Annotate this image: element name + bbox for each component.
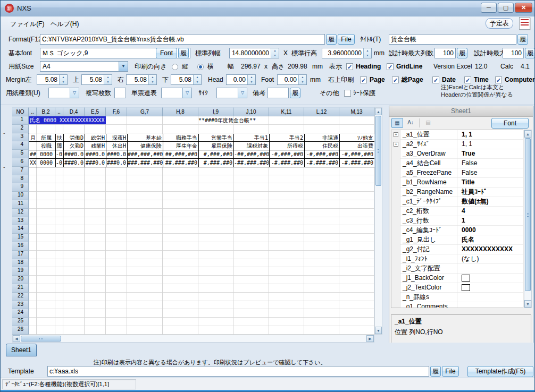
table-cell[interactable]: 出張費 bbox=[340, 142, 375, 150]
title-input[interactable]: 賃金台帳 bbox=[389, 34, 516, 45]
spinner-arrows-icon[interactable]: ▲▼ bbox=[193, 75, 201, 84]
portrait-radio[interactable] bbox=[172, 64, 178, 70]
column-header[interactable]: B,2 bbox=[37, 107, 55, 116]
spinner-arrows-icon[interactable]: ▲▼ bbox=[104, 75, 112, 84]
property-font-button[interactable]: Font bbox=[491, 118, 529, 129]
property-name[interactable]: _c2_桁数 bbox=[401, 207, 457, 216]
font-button[interactable]: Font bbox=[156, 48, 177, 58]
property-name[interactable]: _a5_FreezePane bbox=[401, 168, 457, 178]
property-name[interactable]: _c4_編集ｺｰﾄﾞ bbox=[401, 226, 457, 235]
computer-checkbox[interactable]: ✓ bbox=[495, 76, 502, 83]
property-value[interactable]: 1, 1 bbox=[459, 130, 523, 140]
property-row[interactable]: _a3_OverDrawTrue bbox=[391, 149, 523, 159]
format-path-input[interactable]: C:¥NTVB¥AP2010¥VB_賃金台帳¥nxs賃金台帳.vb bbox=[40, 34, 325, 45]
foot-stepper[interactable]: 0.00▲▼ bbox=[277, 74, 307, 85]
row-header[interactable]: 10 bbox=[12, 192, 29, 200]
property-name[interactable]: _j2_TextColor bbox=[401, 283, 457, 293]
chevron-down-icon[interactable]: ▽ bbox=[238, 88, 247, 98]
max-rows-input[interactable]: 100 bbox=[503, 48, 524, 58]
property-row[interactable]: _i2_文字配置 bbox=[391, 264, 523, 274]
time-checkbox[interactable]: ✓ bbox=[464, 76, 471, 83]
spinner-arrows-icon[interactable]: ▲▼ bbox=[298, 75, 306, 84]
margin-right-stepper[interactable]: 5.08▲▼ bbox=[126, 74, 157, 85]
total-page-checkbox[interactable]: ✓ bbox=[392, 76, 399, 83]
property-value[interactable]: 1 bbox=[459, 216, 523, 226]
property-row[interactable]: _o1_Comments bbox=[391, 302, 523, 308]
font-history-button[interactable]: 履 bbox=[178, 48, 189, 58]
scroll-left-icon[interactable]: ◀ bbox=[13, 335, 20, 342]
table-cell[interactable]: -#,###,##0 bbox=[340, 159, 375, 167]
row-header[interactable]: 21 bbox=[12, 284, 29, 293]
property-value[interactable]: True bbox=[459, 149, 523, 159]
property-name[interactable]: _a2_ｻｲｽﾞ bbox=[401, 140, 457, 149]
table-cell[interactable]: 手当2 bbox=[270, 134, 305, 142]
property-row[interactable]: +_a2_ｻｲｽﾞ1, 1 bbox=[391, 140, 523, 149]
table-cell[interactable]: 課税対象 bbox=[234, 142, 270, 150]
column-header[interactable]: K,11 bbox=[269, 107, 304, 116]
row-header[interactable]: 16 bbox=[12, 242, 29, 251]
row-header[interactable]: 26 bbox=[12, 326, 29, 335]
row-header[interactable]: 25 bbox=[12, 318, 29, 326]
row-header[interactable]: 15 bbox=[12, 234, 29, 242]
remarks-input[interactable] bbox=[268, 88, 289, 98]
column-header[interactable]: NO bbox=[12, 107, 29, 116]
close-button[interactable]: ✕ bbox=[515, 3, 532, 13]
menu-file[interactable]: ファイル(F) bbox=[7, 19, 47, 29]
column-header[interactable]: H,8 bbox=[163, 107, 198, 116]
landscape-radio[interactable] bbox=[197, 64, 204, 70]
row-header[interactable]: 9 bbox=[12, 183, 29, 192]
property-row[interactable]: _c3_行数1 bbox=[391, 216, 523, 226]
property-scroll-thumb[interactable] bbox=[525, 138, 531, 291]
head-stepper[interactable]: 0.00▲▼ bbox=[226, 74, 256, 85]
property-grid[interactable]: +_a1_位置1, 1+_a2_ｻｲｽﾞ1, 1_a3_OverDrawTrue… bbox=[391, 130, 523, 308]
tanpyo-select[interactable]: ▽ bbox=[161, 88, 192, 98]
row-header[interactable]: 23 bbox=[12, 301, 29, 310]
row-header[interactable]: 4 bbox=[12, 141, 29, 150]
property-value[interactable] bbox=[459, 293, 523, 302]
property-row[interactable]: _a4_結合CellFalse bbox=[391, 159, 523, 168]
table-cell[interactable]: -#,###,##0 bbox=[270, 159, 305, 167]
sort-alphabetical-icon[interactable]: A↓ bbox=[405, 118, 416, 128]
property-value[interactable]: 社員ｺｰﾄﾞ bbox=[459, 188, 523, 197]
property-row[interactable]: _n_罫線s bbox=[391, 293, 523, 302]
property-value[interactable]: 数値(±無) bbox=[459, 197, 523, 207]
paper-type-select[interactable]: ▽ bbox=[48, 88, 79, 98]
template-input[interactable]: c:¥aaa.xls bbox=[47, 366, 429, 377]
property-name[interactable]: _i2_文字配置 bbox=[401, 264, 457, 274]
row-header[interactable]: 18 bbox=[12, 259, 29, 268]
table-cell[interactable]: 非課通 bbox=[305, 134, 340, 142]
table-cell[interactable]: 厚生年金 bbox=[163, 142, 199, 150]
property-name[interactable]: _o1_Comments bbox=[401, 302, 457, 308]
scroll-up-icon[interactable]: ▲ bbox=[375, 108, 382, 115]
row-header[interactable]: 7 bbox=[12, 167, 29, 175]
outline-collapse-mark[interactable]: - bbox=[3, 164, 9, 170]
max-rows-history-button[interactable]: 履 bbox=[525, 48, 535, 58]
spinner-arrows-icon[interactable]: ▲▼ bbox=[363, 48, 371, 58]
row-header[interactable]: 6 bbox=[12, 158, 29, 167]
table-cell[interactable] bbox=[29, 142, 37, 150]
maximize-button[interactable]: ▢ bbox=[498, 3, 514, 13]
table-cell[interactable]: -#,###,##0 bbox=[270, 150, 305, 159]
table-cell[interactable]: 手当1 bbox=[234, 134, 270, 142]
heading-checkbox[interactable]: ✓ bbox=[346, 63, 353, 70]
grid-vertical-scrollbar[interactable]: ▲ ▼ bbox=[374, 107, 382, 335]
property-row[interactable]: +_a1_位置1, 1 bbox=[391, 130, 523, 140]
property-name[interactable]: _n_罫線s bbox=[401, 293, 457, 302]
chevron-down-icon[interactable]: ▽ bbox=[182, 88, 191, 98]
table-cell[interactable]: 扶 bbox=[56, 134, 64, 142]
property-value[interactable]: (なし) bbox=[459, 254, 523, 264]
property-value[interactable]: 1, 1 bbox=[459, 140, 523, 149]
schedule-button[interactable]: 予定表 bbox=[486, 18, 513, 29]
property-value[interactable]: False bbox=[459, 168, 523, 178]
property-row[interactable]: _b2_RangeName社員ｺｰﾄﾞ bbox=[391, 188, 523, 197]
column-header[interactable]: F,6 bbox=[106, 107, 127, 116]
table-cell[interactable]: ## bbox=[29, 150, 37, 159]
sheet-protect-checkbox[interactable] bbox=[344, 90, 351, 97]
table-cell[interactable]: ###0.0 bbox=[106, 159, 128, 167]
table-cell[interactable]: -0 bbox=[56, 159, 64, 167]
property-row[interactable]: _c1_ﾃﾞｰﾀﾀｲﾌﾟ数値(±無) bbox=[391, 197, 523, 207]
paper-size-select[interactable]: A4 ▼ bbox=[40, 61, 128, 72]
grid-vscroll-thumb[interactable] bbox=[375, 116, 381, 186]
property-value[interactable]: 4 bbox=[459, 207, 523, 216]
row-header[interactable]: 19 bbox=[12, 267, 29, 276]
